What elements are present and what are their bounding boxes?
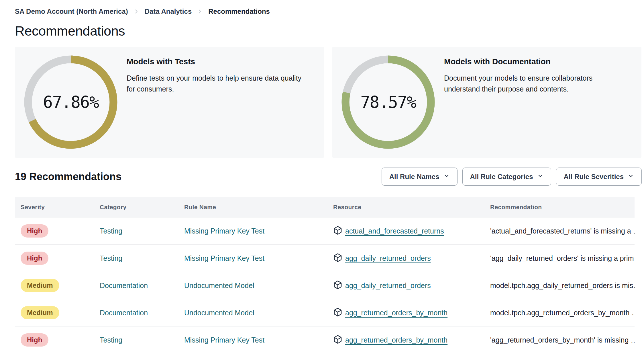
category-link[interactable]: Testing — [100, 254, 122, 262]
summary-cards: 67.86% Models with Tests Define tests on… — [15, 47, 642, 158]
filter-label: All Rule Names — [389, 173, 439, 181]
severity-badge: High — [21, 224, 48, 238]
breadcrumb-chevron-icon — [197, 8, 203, 15]
chevron-down-icon — [537, 173, 543, 181]
column-header-rule-name: Rule Name — [184, 204, 333, 211]
severity-badge: Medium — [21, 306, 59, 319]
card-title: Models with Tests — [127, 57, 310, 66]
rule-name-link[interactable]: Undocumented Model — [184, 309, 254, 317]
filter-bar: All Rule Names All Rule Categories All R… — [382, 168, 642, 186]
resource-link[interactable]: agg_daily_returned_orders — [345, 281, 431, 290]
chevron-down-icon — [628, 173, 634, 181]
resource-link[interactable]: agg_returned_orders_by_month — [345, 336, 447, 344]
table-body: High Testing Missing Primary Key Test ac… — [15, 217, 635, 350]
models-with-tests-card: 67.86% Models with Tests Define tests on… — [15, 47, 324, 158]
breadcrumb-item-current: Recommendations — [208, 7, 270, 15]
filter-label: All Rule Categories — [470, 173, 533, 181]
model-cube-icon — [333, 226, 342, 236]
list-header: 19 Recommendations All Rule Names All Ru… — [15, 168, 642, 186]
breadcrumb: SA Demo Account (North America) Data Ana… — [15, 7, 644, 16]
recommendation-text: 'actual_and_forecasted_returns' is missi… — [490, 227, 635, 235]
severity-badge: Medium — [21, 279, 59, 292]
table-row: Medium Documentation Undocumented Model … — [15, 272, 635, 299]
table-header-row: Severity Category Rule Name Resource Rec… — [15, 197, 635, 217]
documentation-donut-chart: 78.57% — [341, 55, 435, 149]
recommendations-count-heading: 19 Recommendations — [15, 171, 121, 183]
breadcrumb-item-project[interactable]: Data Analytics — [145, 7, 192, 15]
table-row: High Testing Missing Primary Key Test ag… — [15, 326, 635, 350]
recommendation-text: model.tpch.agg_returned_orders_by_month … — [490, 309, 635, 317]
documentation-percent-value: 78.57% — [341, 55, 435, 149]
breadcrumb-chevron-icon — [133, 8, 140, 15]
table-row: High Testing Missing Primary Key Test ac… — [15, 217, 635, 245]
category-link[interactable]: Documentation — [100, 309, 148, 317]
model-cube-icon — [333, 335, 342, 345]
resource-link[interactable]: actual_and_forecasted_returns — [345, 227, 444, 235]
column-header-recommendation: Recommendation — [490, 204, 635, 211]
model-cube-icon — [333, 280, 342, 291]
chevron-down-icon — [443, 173, 450, 181]
table-row: High Testing Missing Primary Key Test ag… — [15, 245, 635, 272]
rule-names-filter-dropdown[interactable]: All Rule Names — [382, 168, 458, 186]
card-description: Define tests on your models to help ensu… — [127, 73, 310, 94]
rule-severities-filter-dropdown[interactable]: All Rule Severities — [556, 168, 642, 186]
tests-donut-chart: 67.86% — [23, 55, 118, 149]
filter-label: All Rule Severities — [564, 173, 624, 181]
resource-link[interactable]: agg_daily_returned_orders — [345, 254, 431, 262]
column-header-category: Category — [100, 204, 184, 211]
models-with-documentation-card: 78.57% Models with Documentation Documen… — [332, 47, 641, 158]
rule-name-link[interactable]: Missing Primary Key Test — [184, 227, 264, 235]
rule-categories-filter-dropdown[interactable]: All Rule Categories — [462, 168, 551, 186]
recommendation-text: 'agg_daily_returned_orders' is missing a… — [490, 254, 635, 262]
resource-link[interactable]: agg_returned_orders_by_month — [345, 309, 447, 317]
tests-percent-value: 67.86% — [23, 55, 118, 149]
recommendation-text: 'agg_returned_orders_by_month' is missin… — [490, 336, 635, 344]
category-link[interactable]: Testing — [100, 227, 122, 235]
card-description: Document your models to ensure collabora… — [444, 73, 627, 94]
severity-badge: High — [21, 252, 48, 265]
recommendation-text: model.tpch.agg_daily_returned_orders is … — [490, 281, 635, 290]
card-title: Models with Documentation — [444, 57, 627, 66]
page-title: Recommendations — [15, 23, 644, 39]
model-cube-icon — [333, 253, 342, 263]
category-link[interactable]: Testing — [100, 336, 122, 344]
rule-name-link[interactable]: Undocumented Model — [184, 281, 254, 289]
recommendations-page: SA Demo Account (North America) Data Ana… — [0, 0, 644, 350]
table-row: Medium Documentation Undocumented Model … — [15, 299, 635, 326]
breadcrumb-item-account[interactable]: SA Demo Account (North America) — [15, 7, 128, 15]
column-header-severity: Severity — [15, 204, 100, 211]
recommendations-table: Severity Category Rule Name Resource Rec… — [15, 197, 635, 350]
model-cube-icon — [333, 308, 342, 318]
rule-name-link[interactable]: Missing Primary Key Test — [184, 336, 264, 344]
category-link[interactable]: Documentation — [100, 281, 148, 289]
rule-name-link[interactable]: Missing Primary Key Test — [184, 254, 264, 262]
column-header-resource: Resource — [333, 204, 490, 211]
severity-badge: High — [21, 333, 48, 347]
